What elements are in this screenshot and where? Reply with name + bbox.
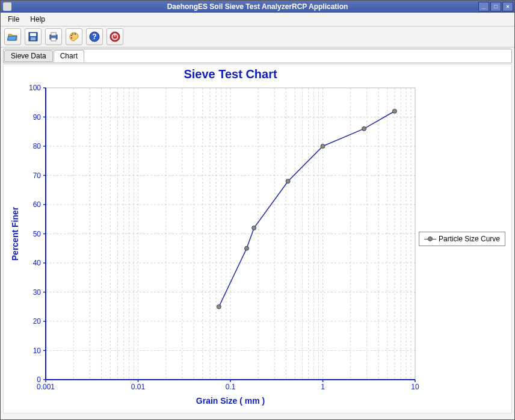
svg-text:1: 1 <box>321 383 325 391</box>
legend-label: Particle Size Curve <box>439 235 500 243</box>
svg-text:40: 40 <box>33 259 42 267</box>
maximize-button[interactable]: □ <box>490 2 501 11</box>
svg-text:0.1: 0.1 <box>226 383 236 391</box>
svg-rect-2 <box>31 37 35 40</box>
svg-rect-1 <box>30 33 36 36</box>
svg-text:60: 60 <box>33 200 42 209</box>
power-button[interactable] <box>106 28 123 45</box>
svg-text:50: 50 <box>33 230 42 238</box>
tab-chart[interactable]: Chart <box>54 50 84 62</box>
menu-file[interactable]: File <box>3 14 24 25</box>
svg-text:10: 10 <box>33 347 42 355</box>
svg-point-100 <box>252 226 256 230</box>
printer-icon <box>48 31 59 42</box>
svg-point-104 <box>392 109 396 113</box>
menubar: File Help <box>1 13 514 26</box>
svg-point-103 <box>362 126 366 131</box>
svg-text:20: 20 <box>33 317 42 326</box>
svg-text:Sieve Test Chart: Sieve Test Chart <box>183 67 277 81</box>
svg-text:10: 10 <box>411 383 419 391</box>
svg-text:100: 100 <box>29 84 41 92</box>
svg-text:Percent Finer: Percent Finer <box>10 206 20 261</box>
titlebar: DaehongES Soil Sieve Test AnalyzerRCP Ap… <box>1 1 514 13</box>
tab-row: Sieve Data Chart <box>3 49 512 63</box>
svg-text:Grain Size ( mm ): Grain Size ( mm ) <box>196 396 265 406</box>
svg-text:30: 30 <box>33 288 42 297</box>
palette-icon <box>69 31 79 42</box>
print-button[interactable] <box>45 28 62 45</box>
svg-text:0: 0 <box>37 375 41 384</box>
svg-text:80: 80 <box>33 142 42 150</box>
power-icon <box>109 31 120 42</box>
svg-point-8 <box>75 33 76 35</box>
toolbar: ? <box>1 26 514 48</box>
svg-point-98 <box>217 304 221 309</box>
window-title: DaehongES Soil Sieve Test AnalyzerRCP Ap… <box>1 2 514 11</box>
chart-pane: 0.0010.010.11100102030405060708090100Sie… <box>3 64 512 413</box>
svg-text:0.001: 0.001 <box>37 383 55 391</box>
svg-point-7 <box>72 33 74 35</box>
svg-point-6 <box>71 35 73 37</box>
app-window: DaehongES Soil Sieve Test AnalyzerRCP Ap… <box>0 0 515 420</box>
svg-point-99 <box>245 246 249 250</box>
svg-text:90: 90 <box>33 113 42 122</box>
tab-sieve-data[interactable]: Sieve Data <box>4 50 53 62</box>
close-button[interactable]: × <box>502 2 513 11</box>
svg-text:70: 70 <box>33 171 42 180</box>
svg-text:0.01: 0.01 <box>131 383 146 391</box>
svg-rect-5 <box>51 38 56 41</box>
help-button[interactable]: ? <box>86 28 103 45</box>
minimize-button[interactable]: _ <box>478 2 489 11</box>
floppy-disk-icon <box>28 31 39 42</box>
open-button[interactable] <box>4 28 21 45</box>
svg-point-9 <box>71 37 73 39</box>
menu-help[interactable]: Help <box>25 14 50 25</box>
svg-rect-14 <box>114 33 116 37</box>
folder-open-icon <box>7 31 18 42</box>
content-area: Sieve Data Chart 0.0010.010.111001020304… <box>1 48 514 419</box>
svg-point-102 <box>321 144 325 149</box>
palette-button[interactable] <box>66 28 82 45</box>
window-controls: _ □ × <box>478 2 514 11</box>
legend: Particle Size Curve <box>419 232 505 246</box>
save-button[interactable] <box>25 28 42 45</box>
legend-marker <box>424 236 436 241</box>
svg-point-101 <box>286 179 290 184</box>
svg-text:?: ? <box>92 32 96 41</box>
help-icon: ? <box>89 31 100 42</box>
app-icon <box>3 2 11 11</box>
svg-rect-4 <box>51 32 56 36</box>
